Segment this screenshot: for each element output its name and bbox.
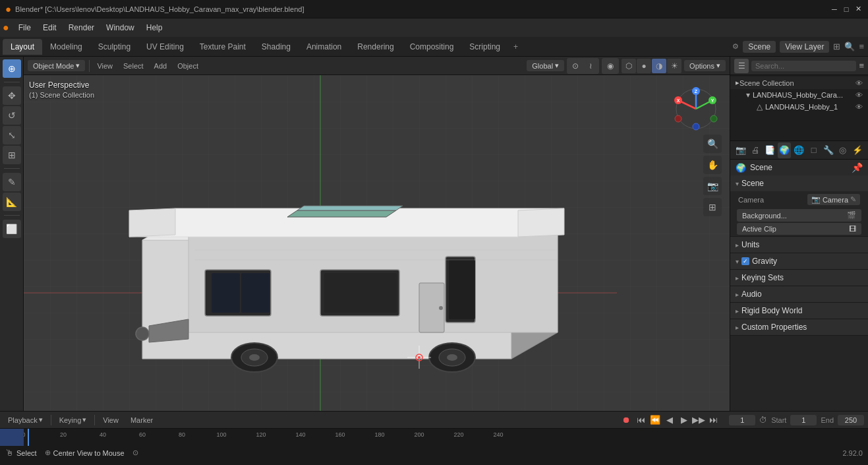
scene-section-header[interactable]: ▾ Scene — [730, 175, 868, 191]
units-section-header[interactable]: ▸ Units — [730, 237, 868, 253]
rendered-shading[interactable]: ☀ — [667, 59, 681, 73]
transform-tool[interactable]: ⊞ — [3, 146, 21, 164]
annotate-tool[interactable]: ✎ — [3, 173, 21, 191]
view-layer-selector[interactable]: View Layer — [780, 41, 829, 53]
snap-toggle[interactable]: ⊙ — [568, 59, 583, 73]
maximize-button[interactable]: □ — [842, 5, 851, 14]
prop-tab-particles[interactable]: ◎ — [836, 142, 850, 158]
search-icon[interactable]: 🔍 — [844, 42, 855, 51]
prop-tab-object[interactable]: □ — [807, 142, 821, 158]
viewport-3d[interactable]: User Perspective (1) Scene Collection Z … — [24, 75, 730, 411]
camera-button[interactable]: 📷 — [703, 177, 722, 195]
axes-widget[interactable]: Z Y X — [673, 86, 719, 132]
playback-menu[interactable]: Playback ▾ — [4, 415, 47, 425]
prop-tab-view-layer[interactable]: 📑 — [763, 142, 776, 158]
keying-menu[interactable]: Keying ▾ — [55, 415, 91, 425]
wireframe-shading[interactable]: ⬡ — [622, 59, 636, 73]
timeline-marker-menu[interactable]: Marker — [127, 416, 157, 425]
rigid-body-header[interactable]: ▸ Rigid Body World — [730, 303, 868, 319]
outliner-item-landhaus-folder[interactable]: ▾ LANDHAUS_Hobby_Cara... 👁 — [730, 89, 868, 101]
move-tool[interactable]: ✥ — [3, 86, 21, 105]
tab-layout[interactable]: Layout — [3, 39, 42, 55]
active-clip-row[interactable]: Active Clip 🎞 — [737, 223, 861, 235]
jump-end-button[interactable]: ⏭ — [707, 414, 720, 427]
minimize-button[interactable]: ─ — [830, 5, 839, 14]
rotate-tool[interactable]: ↺ — [3, 106, 21, 125]
background-row[interactable]: Background... 🎬 — [737, 209, 861, 222]
timeline-view-menu[interactable]: View — [99, 416, 123, 425]
filter-icon[interactable]: ≡ — [859, 42, 864, 51]
outliner-tab[interactable]: ☰ — [734, 59, 749, 73]
viewport[interactable]: Object Mode ▾ View Select Add Object Glo… — [24, 57, 730, 411]
grid-button[interactable]: ⊞ — [703, 198, 722, 216]
object-mode-selector[interactable]: Object Mode ▾ — [28, 60, 85, 71]
start-frame-input[interactable] — [790, 415, 817, 425]
tab-animation[interactable]: Animation — [299, 39, 349, 55]
scene-selector[interactable]: Scene — [743, 41, 776, 53]
prev-frame-button[interactable]: ⏪ — [649, 414, 662, 427]
camera-value[interactable]: 📷 Camera ✎ — [807, 194, 860, 205]
jump-start-button[interactable]: ⏮ — [634, 414, 647, 427]
viewport-add-menu[interactable]: Add — [151, 61, 171, 71]
play-button[interactable]: ▶ — [678, 414, 691, 427]
close-button[interactable]: ✕ — [854, 5, 863, 14]
scene-collection-visibility[interactable]: 👁 — [855, 79, 863, 87]
transform-space-selector[interactable]: Global ▾ — [527, 60, 564, 71]
mesh-visibility-icon[interactable]: 👁 — [855, 103, 863, 111]
prop-tab-physics[interactable]: ⚡ — [851, 142, 864, 158]
tab-modeling[interactable]: Modeling — [42, 39, 90, 55]
tab-rendering[interactable]: Rendering — [349, 39, 401, 55]
tab-add-button[interactable]: + — [508, 39, 523, 55]
prop-tab-world[interactable]: 🌐 — [792, 142, 805, 158]
timeline-track[interactable]: 0 20 40 60 80 100 120 140 160 180 200 22… — [0, 429, 868, 446]
audio-section-header[interactable]: ▸ Audio — [730, 286, 868, 302]
scene-collection-header[interactable]: ▸ Scene Collection 👁 — [730, 77, 868, 89]
prop-tab-output[interactable]: 🖨 — [749, 142, 762, 158]
item-visibility-icon[interactable]: 👁 — [855, 91, 863, 99]
keying-sets-header[interactable]: ▸ Keying Sets — [730, 270, 868, 286]
step-forward-button[interactable]: ▶▶ — [692, 414, 705, 427]
current-frame-input[interactable]: 1 — [729, 415, 755, 425]
tab-scripting[interactable]: Scripting — [461, 39, 508, 55]
record-button[interactable]: ⏺ — [620, 414, 633, 427]
viewport-options-button[interactable]: Options ▾ — [684, 60, 726, 71]
prop-tab-scene[interactable]: 🌍 — [778, 142, 791, 158]
tab-texture-paint[interactable]: Texture Paint — [192, 39, 254, 55]
material-shading[interactable]: ◑ — [652, 59, 666, 73]
pan-button[interactable]: ✋ — [703, 156, 722, 174]
gravity-checkbox[interactable]: ✓ — [741, 257, 749, 265]
prop-tab-modifier[interactable]: 🔧 — [822, 142, 835, 158]
tab-shading[interactable]: Shading — [254, 39, 299, 55]
scale-tool[interactable]: ⤡ — [3, 126, 21, 144]
outliner-search[interactable] — [751, 61, 856, 71]
camera-pick-icon[interactable]: ✎ — [850, 195, 856, 204]
add-cube-tool[interactable]: ⬜ — [3, 220, 21, 238]
zoom-to-fit-button[interactable]: 🔍 — [703, 135, 722, 153]
cursor-tool[interactable]: ⊕ — [3, 59, 21, 78]
tab-sculpting[interactable]: Sculpting — [90, 39, 138, 55]
tab-compositing[interactable]: Compositing — [402, 39, 462, 55]
step-back-button[interactable]: ◀ — [663, 414, 676, 427]
pin-icon[interactable]: 📌 — [852, 162, 863, 173]
menu-file[interactable]: File — [13, 22, 36, 34]
viewport-view-menu[interactable]: View — [94, 61, 116, 71]
blender-menu-logo[interactable]: ● — [3, 22, 9, 34]
gravity-section-header[interactable]: ▾ ✓ Gravity — [730, 253, 868, 269]
menu-window[interactable]: Window — [101, 22, 140, 34]
measure-tool[interactable]: 📐 — [3, 193, 21, 211]
menu-edit[interactable]: Edit — [38, 22, 62, 34]
view-layer-icon[interactable]: ⊞ — [833, 42, 840, 51]
custom-props-header[interactable]: ▸ Custom Properties — [730, 319, 868, 335]
tab-uv-editing[interactable]: UV Editing — [138, 39, 192, 55]
viewport-object-menu[interactable]: Object — [174, 61, 202, 71]
outliner-item-landhaus-mesh[interactable]: △ LANDHAUS_Hobby_1 👁 — [730, 101, 868, 113]
solid-shading[interactable]: ● — [637, 59, 651, 73]
titlebar-controls[interactable]: ─ □ ✕ — [830, 5, 863, 14]
snap-options[interactable]: ≀ — [583, 59, 598, 73]
prop-tab-render[interactable]: 📷 — [734, 142, 747, 158]
outliner-filter-icon[interactable]: ≡ — [859, 61, 864, 71]
end-frame-input[interactable] — [838, 415, 864, 425]
viewport-select-menu[interactable]: Select — [120, 61, 147, 71]
menu-help[interactable]: Help — [141, 22, 168, 34]
proportional-edit[interactable]: ◉ — [603, 59, 618, 73]
